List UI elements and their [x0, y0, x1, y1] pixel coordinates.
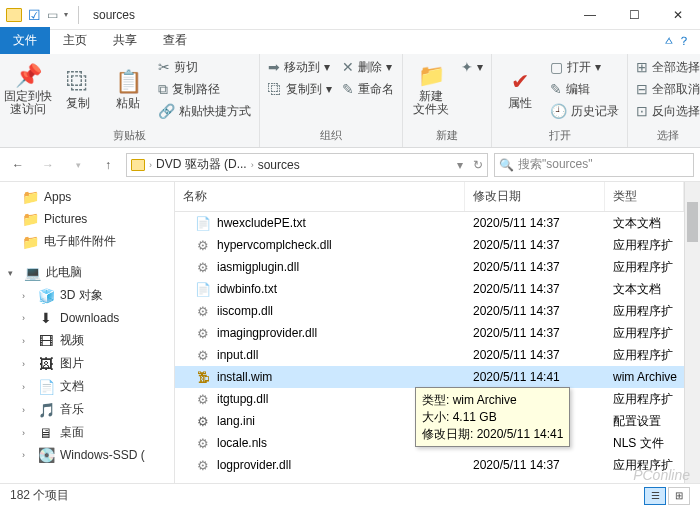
- selectall-button[interactable]: ⊞全部选择: [632, 56, 700, 78]
- recent-dropdown[interactable]: ▾: [66, 153, 90, 177]
- newitem-button[interactable]: ✦▾: [457, 56, 487, 78]
- copy-button[interactable]: ⿻复制: [54, 56, 102, 124]
- qat-dropdown[interactable]: ▾: [64, 10, 68, 19]
- file-icon: 📄: [195, 281, 211, 297]
- pin-button[interactable]: 📌固定到快 速访问: [4, 56, 52, 124]
- folder-icon: 🧊: [38, 288, 54, 304]
- doc-icon[interactable]: ▭: [47, 8, 58, 22]
- file-row[interactable]: 🗜install.wim2020/5/11 14:41wim Archive: [175, 366, 684, 388]
- cut-button[interactable]: ✂剪切: [154, 56, 255, 78]
- tab-file[interactable]: 文件: [0, 27, 50, 54]
- address-bar: ← → ▾ ↑ ›DVD 驱动器 (D...›sources ▾ ↻ 🔍 搜索"…: [0, 148, 700, 182]
- folder-icon: [6, 8, 22, 22]
- search-icon: 🔍: [499, 158, 514, 172]
- copypath-button[interactable]: ⧉复制路径: [154, 78, 255, 100]
- file-icon: ⚙: [195, 237, 211, 253]
- file-icon: 🗜: [195, 369, 211, 385]
- sidebar-item[interactable]: 📁Apps: [0, 186, 174, 208]
- file-row[interactable]: ⚙iasmigplugin.dll2020/5/11 14:37应用程序扩: [175, 256, 684, 278]
- minimize-button[interactable]: —: [568, 0, 612, 30]
- file-list[interactable]: 名称 修改日期 类型 📄hwexcludePE.txt2020/5/11 14:…: [175, 182, 684, 483]
- titlebar: ☑ ▭ ▾ sources — ☐ ✕: [0, 0, 700, 30]
- scrollbar[interactable]: [684, 182, 700, 483]
- ribbon: 📌固定到快 速访问 ⿻复制 📋粘贴 ✂剪切 ⧉复制路径 🔗粘贴快捷方式 剪贴板 …: [0, 54, 700, 148]
- folder-icon: 🖥: [38, 425, 54, 441]
- checkbox-icon[interactable]: ☑: [28, 7, 41, 23]
- folder-icon: 📁: [22, 211, 38, 227]
- folder-icon: 📁: [22, 189, 38, 205]
- view-details-icon[interactable]: ☰: [644, 487, 666, 505]
- file-icon: ⚙: [195, 259, 211, 275]
- file-icon: ⚙: [195, 457, 211, 473]
- close-button[interactable]: ✕: [656, 0, 700, 30]
- folder-icon: ⬇: [38, 310, 54, 326]
- view-large-icon[interactable]: ⊞: [668, 487, 690, 505]
- edit-button[interactable]: ✎编辑: [546, 78, 623, 100]
- folder-icon: 🖼: [38, 356, 54, 372]
- delete-button[interactable]: ✕删除 ▾: [338, 56, 398, 78]
- window-title: sources: [89, 8, 135, 22]
- sidebar-item[interactable]: ›🖥桌面: [0, 421, 174, 444]
- pc-icon: 💻: [24, 265, 40, 281]
- file-icon: 📄: [195, 215, 211, 231]
- sidebar-item[interactable]: ›💽Windows-SSD (: [0, 444, 174, 466]
- moveto-button[interactable]: ➡移动到 ▾: [264, 56, 336, 78]
- file-row[interactable]: 📄idwbinfo.txt2020/5/11 14:37文本文档: [175, 278, 684, 300]
- sidebar-item[interactable]: ›📄文档: [0, 375, 174, 398]
- tab-share[interactable]: 共享: [100, 27, 150, 54]
- group-select: 选择: [657, 126, 679, 145]
- maximize-button[interactable]: ☐: [612, 0, 656, 30]
- sidebar-item[interactable]: ›⬇Downloads: [0, 307, 174, 329]
- tab-view[interactable]: 查看: [150, 27, 200, 54]
- selectnone-button[interactable]: ⊟全部取消: [632, 78, 700, 100]
- sidebar-item[interactable]: 📁Pictures: [0, 208, 174, 230]
- search-input[interactable]: 🔍 搜索"sources": [494, 153, 694, 177]
- col-date[interactable]: 修改日期: [465, 182, 605, 211]
- tab-home[interactable]: 主页: [50, 27, 100, 54]
- file-row[interactable]: 📄hwexcludePE.txt2020/5/11 14:37文本文档: [175, 212, 684, 234]
- sidebar-item[interactable]: ›🖼图片: [0, 352, 174, 375]
- ribbon-tabs: 文件 主页 共享 查看 ㅿ ？: [0, 30, 700, 54]
- breadcrumb[interactable]: ›DVD 驱动器 (D...›sources ▾ ↻: [126, 153, 488, 177]
- group-organize: 组织: [320, 126, 342, 145]
- forward-button[interactable]: →: [36, 153, 60, 177]
- file-icon: ⚙: [195, 303, 211, 319]
- file-icon: ⚙: [195, 413, 211, 429]
- help-button[interactable]: ㅿ ？: [653, 29, 700, 54]
- column-headers[interactable]: 名称 修改日期 类型: [175, 182, 684, 212]
- group-clipboard: 剪贴板: [113, 126, 146, 145]
- invert-button[interactable]: ⊡反向选择: [632, 100, 700, 122]
- folder-icon: 📁: [22, 234, 38, 250]
- sidebar-thispc[interactable]: ▾💻此电脑: [0, 261, 174, 284]
- sidebar-item[interactable]: ›🎵音乐: [0, 398, 174, 421]
- col-type[interactable]: 类型: [605, 182, 684, 211]
- file-icon: ⚙: [195, 325, 211, 341]
- group-new: 新建: [436, 126, 458, 145]
- newfolder-button[interactable]: 📁新建 文件夹: [407, 56, 455, 124]
- pasteshortcut-button[interactable]: 🔗粘贴快捷方式: [154, 100, 255, 122]
- item-count: 182 个项目: [10, 487, 69, 504]
- up-button[interactable]: ↑: [96, 153, 120, 177]
- back-button[interactable]: ←: [6, 153, 30, 177]
- folder-icon: 🎞: [38, 333, 54, 349]
- col-name[interactable]: 名称: [175, 182, 465, 211]
- file-icon: ⚙: [195, 391, 211, 407]
- file-row[interactable]: ⚙imagingprovider.dll2020/5/11 14:37应用程序扩: [175, 322, 684, 344]
- file-icon: ⚙: [195, 347, 211, 363]
- sidebar-item[interactable]: 📁电子邮件附件: [0, 230, 174, 253]
- paste-button[interactable]: 📋粘贴: [104, 56, 152, 124]
- open-button[interactable]: ▢打开 ▾: [546, 56, 623, 78]
- file-row[interactable]: ⚙input.dll2020/5/11 14:37应用程序扩: [175, 344, 684, 366]
- sidebar-item[interactable]: ›🎞视频: [0, 329, 174, 352]
- file-row[interactable]: ⚙iiscomp.dll2020/5/11 14:37应用程序扩: [175, 300, 684, 322]
- nav-pane[interactable]: 📁Apps📁Pictures📁电子邮件附件▾💻此电脑›🧊3D 对象›⬇Downl…: [0, 182, 175, 483]
- copyto-button[interactable]: ⿻复制到 ▾: [264, 78, 336, 100]
- file-row[interactable]: ⚙hypervcomplcheck.dll2020/5/11 14:37应用程序…: [175, 234, 684, 256]
- file-row[interactable]: ⚙logprovider.dll2020/5/11 14:37应用程序扩: [175, 454, 684, 476]
- folder-icon: 💽: [38, 447, 54, 463]
- history-button[interactable]: 🕘历史记录: [546, 100, 623, 122]
- sidebar-item[interactable]: ›🧊3D 对象: [0, 284, 174, 307]
- properties-button[interactable]: ✔属性: [496, 56, 544, 124]
- rename-button[interactable]: ✎重命名: [338, 78, 398, 100]
- folder-icon: 🎵: [38, 402, 54, 418]
